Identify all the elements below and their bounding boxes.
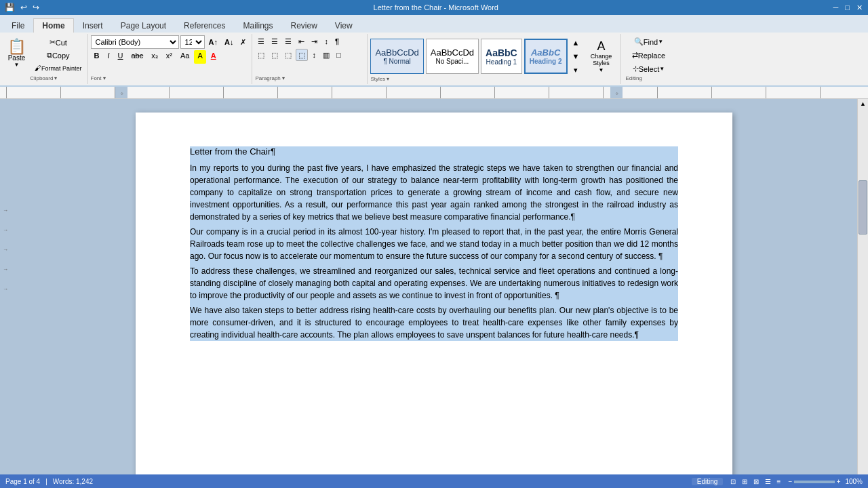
style-heading2-preview: AaBbC — [531, 47, 560, 58]
web-view-btn[interactable]: ⊠ — [751, 477, 761, 486]
page-count: Page 1 of 4 — [5, 478, 40, 485]
font-group-label[interactable]: Font ▾ — [91, 75, 250, 83]
document-page[interactable]: Letter from the Chair¶ In my reports to … — [136, 113, 732, 488]
styles-group-label[interactable]: Styles ▾ — [370, 76, 618, 83]
change-styles-button[interactable]: A ChangeStyles ▼ — [584, 39, 618, 74]
paste-label: Paste — [8, 54, 26, 62]
scroll-up-btn[interactable]: ▲ — [858, 99, 868, 108]
sort-btn[interactable]: ↕ — [321, 35, 331, 47]
tab-review[interactable]: Review — [281, 18, 326, 33]
font-color-button[interactable]: A — [208, 50, 220, 64]
tab-references[interactable]: References — [175, 18, 234, 33]
draft-view-btn[interactable]: ≡ — [775, 477, 783, 486]
font-row-2: B I U abc x₂ x² Aa A A — [91, 50, 250, 64]
font-size-select[interactable]: 12 — [180, 35, 205, 49]
tab-mailings[interactable]: Mailings — [234, 18, 281, 33]
status-bar: Page 1 of 4 | Words: 1,242 Editing ⊡ ⊞ ⊠… — [0, 474, 868, 488]
borders-btn[interactable]: □ — [334, 49, 344, 61]
style-normal[interactable]: AaBbCcDd ¶ Normal — [370, 39, 423, 74]
left-indent-marker[interactable]: ⬦ — [115, 87, 127, 98]
redo-quick-btn[interactable]: ↪ — [31, 2, 41, 13]
editing-mode[interactable]: Editing — [692, 478, 724, 485]
align-right-btn[interactable]: ⬚ — [282, 49, 294, 61]
shrink-font-btn[interactable]: A↓ — [222, 36, 236, 48]
grow-font-btn[interactable]: A↑ — [206, 36, 220, 48]
highlight-button[interactable]: A — [194, 50, 205, 64]
multilevel-btn[interactable]: ☰ — [282, 35, 294, 47]
select-icon: ⊹ — [633, 64, 639, 73]
decrease-indent-btn[interactable]: ⇤ — [296, 35, 307, 47]
print-view-btn[interactable]: ⊡ — [728, 477, 738, 486]
cut-button[interactable]: ✂ Cut — [32, 37, 85, 49]
full-screen-btn[interactable]: ⊞ — [740, 477, 749, 486]
styles-down-btn[interactable]: ▼ — [570, 50, 583, 62]
clipboard-group-label[interactable]: Clipboard ▾ — [30, 75, 57, 83]
zoom-out-btn[interactable]: − — [788, 478, 792, 485]
style-heading1[interactable]: AaBbC Heading 1 — [481, 39, 522, 74]
underline-button[interactable]: U — [115, 50, 127, 64]
paste-button[interactable]: 📋 Paste ▼ — [3, 35, 31, 72]
ribbon-tabs: File Home Insert Page Layout References … — [0, 15, 868, 33]
bullets-btn[interactable]: ☰ — [255, 35, 267, 47]
style-heading1-preview: AaBbC — [486, 47, 517, 58]
zoom-level: 100% — [845, 478, 863, 485]
paragraph-3: To address these challenges, we streamli… — [190, 265, 678, 302]
shading-btn[interactable]: ▥ — [320, 49, 332, 61]
word-count: Words: 1,242 — [53, 478, 93, 485]
save-quick-btn[interactable]: 💾 — [3, 2, 17, 13]
tab-file[interactable]: File — [3, 18, 33, 33]
numbering-btn[interactable]: ☰ — [269, 35, 281, 47]
left-margin: → → → → → — [0, 99, 11, 488]
nav-marker-3: → — [3, 247, 8, 253]
zoom-in-btn[interactable]: + — [837, 478, 841, 485]
styles-more-btn[interactable]: ▾ — [570, 64, 583, 76]
justify-btn[interactable]: ⬚ — [296, 49, 308, 61]
copy-button[interactable]: ⧉ Copy — [32, 49, 85, 62]
zoom-slider[interactable] — [794, 481, 835, 483]
scroll-thumb[interactable] — [859, 180, 867, 235]
tab-view[interactable]: View — [326, 18, 361, 33]
tab-page-layout[interactable]: Page Layout — [112, 18, 175, 33]
vertical-scrollbar[interactable]: ▲ ▼ — [857, 99, 868, 488]
style-no-spacing-preview: AaBbCcDd — [431, 47, 474, 58]
minimize-btn[interactable]: ─ — [831, 3, 842, 12]
clear-format-btn[interactable]: ✗ — [237, 36, 249, 48]
line-spacing-btn[interactable]: ↕ — [309, 49, 319, 61]
close-btn[interactable]: ✕ — [854, 3, 865, 13]
undo-quick-btn[interactable]: ↩ — [18, 2, 29, 13]
nav-marker-4: → — [3, 266, 8, 272]
nav-marker-2: → — [3, 227, 8, 233]
ruler: ⬦ ⬦ — [0, 87, 868, 99]
strikethrough-button[interactable]: abc — [128, 50, 147, 64]
quick-access-toolbar: 💾 ↩ ↪ Letter from the Chair - Microsoft … — [0, 0, 868, 15]
maximize-btn[interactable]: □ — [842, 3, 852, 12]
paragraph-4: We have also taken steps to better addre… — [190, 304, 678, 341]
italic-button[interactable]: I — [104, 50, 113, 64]
paste-arrow[interactable]: ▼ — [14, 62, 20, 68]
align-left-btn[interactable]: ⬚ — [255, 49, 267, 61]
superscript-button[interactable]: x² — [163, 50, 176, 64]
align-center-btn[interactable]: ⬚ — [269, 49, 281, 61]
styles-up-btn[interactable]: ▲ — [570, 37, 583, 49]
subscript-button[interactable]: x₂ — [148, 50, 161, 64]
increase-indent-btn[interactable]: ⇥ — [309, 35, 320, 47]
font-family-select[interactable]: Calibri (Body) — [91, 35, 179, 49]
bold-button[interactable]: B — [91, 50, 103, 64]
show-hide-btn[interactable]: ¶ — [332, 35, 342, 47]
style-heading2[interactable]: AaBbC Heading 2 — [524, 39, 568, 74]
outline-view-btn[interactable]: ☰ — [763, 477, 773, 486]
change-case-button[interactable]: Aa — [177, 50, 193, 64]
format-painter-button[interactable]: 🖌 Format Painter — [32, 62, 85, 75]
paragraph-group-label[interactable]: Paragraph ▾ — [255, 75, 364, 83]
tab-home[interactable]: Home — [33, 18, 73, 33]
find-button[interactable]: 🔍 Find ▼ — [625, 36, 671, 48]
selected-content[interactable]: Letter from the Chair¶ In my reports to … — [190, 146, 678, 341]
replace-button[interactable]: ⇄ Replace — [625, 49, 671, 62]
select-button[interactable]: ⊹ Select ▼ — [625, 63, 671, 75]
right-indent-marker[interactable]: ⬦ — [610, 87, 623, 98]
style-no-spacing[interactable]: AaBbCcDd No Spaci... — [426, 39, 479, 74]
app-title: Letter from the Chair - Microsoft Word — [43, 3, 829, 12]
font-row-1: Calibri (Body) 12 A↑ A↓ ✗ — [91, 35, 250, 49]
style-no-spacing-label: No Spaci... — [435, 58, 469, 65]
tab-insert[interactable]: Insert — [74, 18, 112, 33]
